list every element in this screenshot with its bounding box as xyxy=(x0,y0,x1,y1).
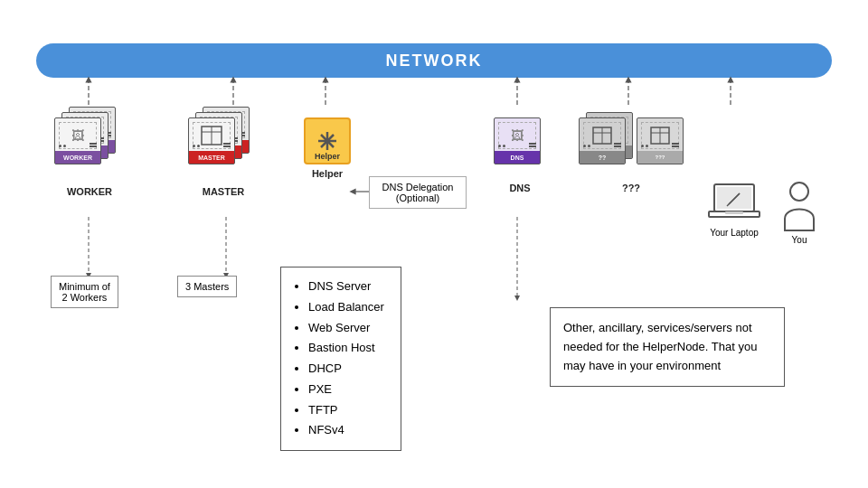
service-item-1: DNS Server xyxy=(308,277,384,297)
other-stack1: ?? ?? xyxy=(579,107,631,168)
other-label: ??? xyxy=(622,183,640,193)
helper-icon xyxy=(315,128,340,154)
other-info-text: Other, ancillary, services/servers not n… xyxy=(563,321,757,372)
master-stack: MA MA MASTER xyxy=(188,107,259,172)
diagram: NETWORK xyxy=(0,0,868,488)
person-group: You xyxy=(779,181,819,245)
helper-box: Helper xyxy=(304,117,351,164)
helper-services-box: DNS Server Load Balancer Web Server Bast… xyxy=(280,267,401,451)
svg-rect-29 xyxy=(725,211,743,214)
other-servers-row: ?? ?? ??? xyxy=(579,107,684,168)
master-nodes: MA MA MASTER MASTER xyxy=(188,107,259,197)
dns-delegation-callout: DNS Delegation (Optional) xyxy=(369,176,467,209)
service-item-3: Web Server xyxy=(308,318,384,339)
other-stack2: ??? xyxy=(637,107,684,168)
helper-services-list: DNS Server Load Balancer Web Server Bast… xyxy=(294,277,384,441)
other-server-front2: ??? xyxy=(637,117,684,164)
person-icon xyxy=(779,181,819,233)
service-item-4: Bastion Host xyxy=(308,338,384,359)
master-label: MASTER xyxy=(203,186,244,197)
dns-stack: 🖼 DNS xyxy=(494,107,546,168)
service-item-8: NFSv4 xyxy=(308,420,384,441)
dns-node: 🖼 DNS DNS xyxy=(494,107,546,193)
network-bar: NETWORK xyxy=(36,43,832,78)
service-item-2: Load Balancer xyxy=(308,297,384,318)
network-label: NETWORK xyxy=(386,52,483,70)
worker-nodes: WO WO 🖼 WORKER WORKER xyxy=(54,107,125,197)
service-item-6: PXE xyxy=(308,380,384,400)
service-item-5: DHCP xyxy=(308,359,384,380)
worker-stack: WO WO 🖼 WORKER xyxy=(54,107,125,172)
helper-node: Helper Helper xyxy=(304,117,351,179)
service-item-7: TFTP xyxy=(308,400,384,421)
worker-server-front: 🖼 WORKER xyxy=(54,117,101,164)
laptop-label: Your Laptop xyxy=(710,228,759,238)
masters-note: 3 Masters xyxy=(177,276,237,297)
worker-label: WORKER xyxy=(67,186,112,197)
laptop-icon xyxy=(707,181,761,226)
workers-note-line2: 2 Workers xyxy=(59,292,110,303)
dns-delegation-line2: (Optional) xyxy=(379,192,457,203)
svg-point-30 xyxy=(790,183,808,201)
dns-delegation-line1: DNS Delegation xyxy=(379,182,457,192)
workers-note-line1: Minimum of xyxy=(59,281,110,292)
helper-label: Helper xyxy=(312,168,343,179)
laptop-group: Your Laptop xyxy=(707,181,761,238)
other-server-front1: ?? xyxy=(579,117,626,164)
other-info-box: Other, ancillary, services/servers not n… xyxy=(550,307,785,387)
workers-note: Minimum of 2 Workers xyxy=(51,276,118,308)
helper-inner-label: Helper xyxy=(315,152,340,161)
master-server-front: MASTER xyxy=(188,117,235,164)
other-nodes: ?? ?? ??? xyxy=(579,107,684,193)
dns-label: DNS xyxy=(509,183,530,193)
dns-server: 🖼 DNS xyxy=(494,117,541,164)
person-label: You xyxy=(792,235,807,245)
masters-note-text: 3 Masters xyxy=(185,281,229,292)
